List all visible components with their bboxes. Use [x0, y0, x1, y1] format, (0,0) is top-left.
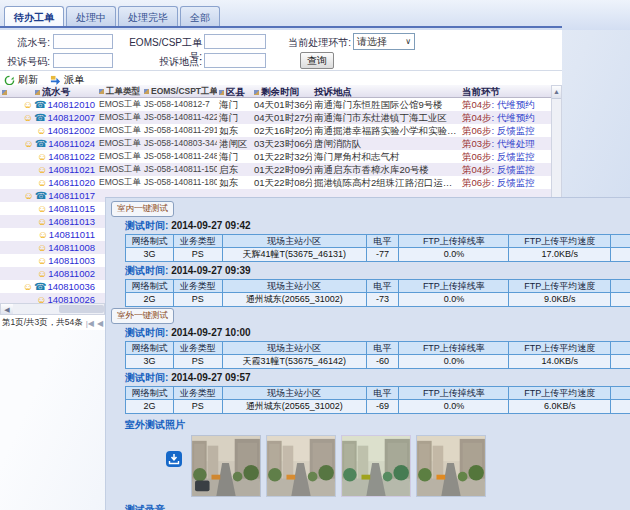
test-header-row: 网络制式业务类型现场主站小区电平FTP上传掉线率FTP上传平均速度FTP [126, 235, 630, 248]
cell-type: EMOS工单 [97, 111, 142, 124]
table-row[interactable]: ☺☎140812010 EMOS工单 JS-058-140812-7 海门 04… [0, 98, 551, 111]
tab-pending[interactable]: 待办工单 [4, 6, 64, 26]
step-number-link[interactable]: 第06步 [462, 125, 492, 136]
cell-county: 海门 [217, 98, 252, 111]
test-cell: 0.0% [399, 355, 509, 368]
cell-eoms: JS-058-140812-7 [142, 98, 217, 111]
step-select[interactable]: 请选择 ∨ [353, 33, 415, 50]
first-page-icon[interactable]: |◀ [86, 319, 94, 328]
serial-input[interactable] [53, 34, 113, 49]
tab-completed[interactable]: 处理完毕 [118, 6, 178, 26]
eoms-input[interactable] [204, 34, 266, 49]
query-button[interactable]: 查询 [300, 52, 334, 69]
step-name-link[interactable]: : 反馈监控 [492, 177, 535, 188]
table-vertical-scrollbar[interactable]: ▲ [551, 85, 562, 203]
outdoor-test-photo[interactable] [416, 435, 486, 497]
step-name-link[interactable]: : 代维预约 [492, 99, 535, 110]
test-col-header: 电平 [367, 280, 400, 293]
serial-number-link[interactable]: 140810036 [47, 281, 95, 292]
step-number-link[interactable]: 第04步 [462, 112, 492, 123]
header-type[interactable]: 工单类型 [97, 85, 142, 97]
test-cell: -60 [367, 355, 400, 368]
scroll-up-icon[interactable]: ▲ [552, 86, 561, 99]
test-cell: 2G [126, 293, 174, 306]
serial-number-link[interactable]: 140812010 [47, 99, 95, 110]
step-number-link[interactable]: 第04步 [462, 99, 492, 110]
outdoor-test-photo[interactable] [341, 435, 411, 497]
serial-number-link[interactable]: 140811022 [48, 151, 95, 162]
outdoor-test-photo[interactable] [266, 435, 336, 497]
header-county[interactable]: 区县 [217, 85, 252, 97]
cell-county: 如东 [217, 176, 252, 189]
table-row[interactable]: ☺☎140812007 EMOS工单 JS-058-140811-422 海门 … [0, 111, 551, 124]
header-remain[interactable]: 剩余时间 [252, 85, 312, 97]
download-photos-button[interactable] [166, 451, 182, 469]
location-input[interactable] [204, 53, 266, 68]
serial-number-link[interactable]: 140811020 [48, 177, 95, 188]
step-number-link[interactable]: 第06步 [462, 177, 492, 188]
test-col-header: 网络制式 [126, 342, 174, 355]
workorder-header-row: 流水号 工单类型 EOMS/CSPT工单号 区县 剩余时间 投诉地点 当前环节 [0, 85, 551, 98]
table-row[interactable]: ☺☎140811022 EMOS工单 JS-058-140811-248 海门 … [0, 150, 551, 163]
serial-number-link[interactable]: 140811011 [49, 229, 95, 240]
serial-number-link[interactable]: 140811021 [48, 164, 95, 175]
serial-number-link[interactable]: 140811017 [48, 190, 95, 201]
outdoor-test-photo[interactable] [191, 435, 261, 497]
test-cell [611, 248, 630, 261]
scrollbar-thumb[interactable] [59, 305, 104, 313]
table-row[interactable]: ☺☎140811020 EMOS工单 JS-058-140811-180 如东 … [0, 176, 551, 189]
table-horizontal-scrollbar[interactable]: ◀ [0, 303, 105, 315]
test-cell: 0.0% [399, 293, 509, 306]
step-name-link[interactable]: : 代维预约 [492, 112, 535, 123]
step-name-link[interactable]: : 反馈监控 [492, 151, 535, 162]
test-cell: 9.0KB/s [509, 293, 611, 306]
outdoor-photos-label: 室外测试照片 [125, 418, 630, 432]
serial-number-link[interactable]: 140811008 [48, 242, 95, 253]
serial-number-link[interactable]: 140810026 [47, 294, 95, 303]
test-col-header: FTP上传掉线率 [399, 342, 509, 355]
phone-input[interactable] [53, 53, 113, 68]
header-eoms[interactable]: EOMS/CSPT工单号 [142, 85, 217, 97]
test-time-label: 测试时间: [125, 220, 168, 231]
step-name-link[interactable]: : 代维处理 [492, 138, 535, 149]
serial-number-link[interactable]: 140811015 [48, 203, 95, 214]
test-cell: 3G [126, 355, 174, 368]
one-key-test-button[interactable]: 室内一键测试 [111, 201, 174, 217]
serial-number-link[interactable]: 140811002 [48, 268, 95, 279]
step-number-link[interactable]: 第04步 [462, 164, 492, 175]
test-col-header: 电平 [367, 235, 400, 248]
cell-eoms: JS-058-140811-291 [142, 124, 217, 137]
cell-type: EMOS工单 [97, 150, 142, 163]
test-col-header: 现场主站小区 [223, 280, 367, 293]
phone-icon: ☎ [35, 190, 47, 201]
phone-icon: ☎ [35, 138, 47, 149]
table-row[interactable]: ☺☎140811024 EMOS工单 JS-058-140803-344 港闸区… [0, 137, 551, 150]
tab-all[interactable]: 全部 [180, 6, 220, 26]
serial-number-link[interactable]: 140811013 [48, 216, 95, 227]
header-step[interactable]: 当前环节 [460, 85, 551, 97]
header-location[interactable]: 投诉地点 [312, 85, 460, 97]
one-key-test-button[interactable]: 室外一键测试 [111, 308, 174, 324]
serial-number-link[interactable]: 140811024 [48, 138, 95, 149]
cell-county: 海门 [217, 111, 252, 124]
tab-processing[interactable]: 处理中 [66, 6, 116, 26]
tabs: 待办工单 处理中 处理完毕 全部 [4, 6, 220, 26]
step-name-link[interactable]: : 反馈监控 [492, 164, 535, 175]
test-cell: 通州城东(20565_31002) [223, 293, 367, 306]
header-serial[interactable]: 流水号 [8, 85, 97, 97]
step-number-link[interactable]: 第03步 [462, 138, 492, 149]
cell-type: EMOS工单 [97, 124, 142, 137]
serial-number-link[interactable]: 140812002 [47, 125, 95, 136]
select-column-icon[interactable] [2, 90, 7, 95]
table-row[interactable]: ☺☎140811021 EMOS工单 JS-058-140811-150 启东 … [0, 163, 551, 176]
test-data-row: 2GPS通州城东(20565_31002)-690.0%6.0KB/s [126, 400, 630, 413]
step-name-link[interactable]: : 反馈监控 [492, 125, 535, 136]
scroll-left-icon[interactable]: ◀ [1, 304, 13, 314]
test-time-label: 测试时间: [125, 372, 168, 383]
test-col-header: 业务类型 [174, 387, 223, 400]
serial-number-link[interactable]: 140812007 [47, 112, 95, 123]
step-number-link[interactable]: 第06步 [462, 151, 492, 162]
serial-number-link[interactable]: 140811003 [48, 255, 95, 266]
table-row[interactable]: ☺☎140812002 EMOS工单 JS-058-140811-291 如东 … [0, 124, 551, 137]
prev-page-icon[interactable]: ◀ [97, 319, 103, 328]
